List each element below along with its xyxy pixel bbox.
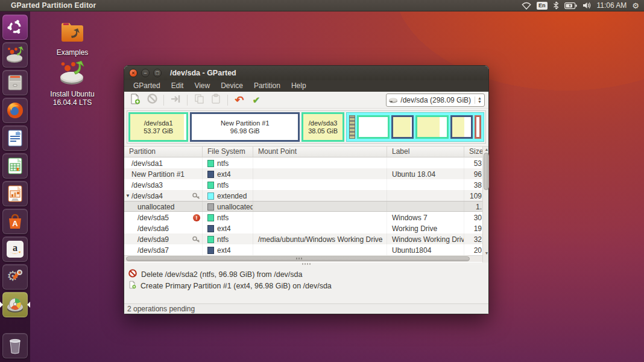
- fs-color-swatch: [207, 192, 214, 200]
- launcher-files[interactable]: [2, 70, 28, 95]
- launcher-ubuntu-installer[interactable]: [2, 42, 28, 68]
- launcher-amazon[interactable]: a: [2, 237, 28, 262]
- delete-partition-button: [145, 94, 159, 107]
- partition-name: /dev/sda9: [137, 235, 169, 244]
- partition-segment[interactable]: [357, 115, 390, 139]
- fs-color-swatch: [207, 214, 214, 221]
- desktop-icon-install-ubuntu[interactable]: Install Ubuntu 16.04.4 LTS: [45, 60, 100, 107]
- session-gear-icon[interactable]: ⚙: [632, 2, 639, 10]
- partition-segment--dev-sda3[interactable]: /dev/sda3 38.05 GiB: [301, 112, 344, 142]
- partition-name: /dev/sda4: [131, 192, 163, 200]
- settings-icon: ⚙: [6, 268, 24, 286]
- table-row--dev-sda4[interactable]: ▼/dev/sda4 extended 109: [124, 190, 482, 201]
- partition-name: /dev/sda7: [137, 246, 169, 255]
- partition-segment-extended[interactable]: [346, 112, 484, 142]
- undo-icon: ↶: [235, 95, 244, 106]
- column-header-mount-point[interactable]: Mount Point: [253, 147, 387, 157]
- scroll-down-icon[interactable]: ▼: [483, 251, 490, 255]
- maximize-button[interactable]: □: [153, 69, 162, 77]
- column-header-file-system[interactable]: File System: [203, 147, 253, 157]
- install-disk-icon: [45, 60, 100, 88]
- menu-device[interactable]: Device: [215, 80, 248, 92]
- window-title: /dev/sda - GParted: [170, 69, 236, 77]
- resize-icon: [169, 94, 182, 106]
- partition-name: /dev/sda6: [137, 224, 169, 233]
- window-titlebar[interactable]: × − □ /dev/sda - GParted: [124, 66, 488, 80]
- installer-disk-icon: [5, 46, 25, 64]
- partition-segment-unallocated[interactable]: [349, 115, 355, 139]
- apply-button[interactable]: ✔: [249, 94, 264, 107]
- desktop-icon-label: Examples: [45, 48, 100, 57]
- partition-segment[interactable]: [450, 115, 473, 139]
- table-row--dev-sda9[interactable]: /dev/sda9 ntfs /media/ubuntu/Windows Wor…: [124, 233, 482, 244]
- toolbar: ↶✔ /dev/sda (298.09 GiB) ▲▼: [124, 92, 488, 109]
- network-icon[interactable]: [522, 2, 531, 10]
- launcher-trash[interactable]: [2, 333, 28, 358]
- volume-icon[interactable]: [582, 2, 592, 9]
- launcher-firefox[interactable]: [2, 98, 28, 123]
- clock[interactable]: 11:06 AM: [597, 1, 627, 10]
- launcher-gparted[interactable]: [2, 292, 28, 317]
- device-spinner[interactable]: ▲▼: [475, 97, 482, 104]
- close-button[interactable]: ×: [129, 69, 137, 77]
- fs-color-swatch: [207, 160, 214, 167]
- expander-icon[interactable]: ▼: [125, 193, 131, 198]
- segment-size: 38.05 GiB: [308, 127, 338, 135]
- table-row--dev-sda6[interactable]: /dev/sda6 ext4 Working Drive 19: [124, 223, 482, 233]
- menu-edit[interactable]: Edit: [166, 80, 189, 92]
- operations-panel: Delete /dev/sda2 (ntfs, 96.98 GiB) from …: [124, 265, 488, 303]
- impress-icon: [7, 185, 23, 202]
- partition-segment--dev-sda1[interactable]: /dev/sda1 53.37 GiB: [128, 112, 188, 142]
- unity-launcher: Aa⚙: [0, 11, 30, 362]
- table-row-New-Partition-#1[interactable]: New Partition #1 ext4 Ubuntu 18.04 96: [124, 168, 482, 179]
- launcher-libreoffice-calc[interactable]: [2, 153, 28, 179]
- launcher-system-settings[interactable]: ⚙: [2, 264, 28, 290]
- table-row-unallocated[interactable]: unallocated unallocated 1.: [124, 201, 482, 212]
- vertical-scrollbar[interactable]: ▲ ▼: [482, 147, 488, 262]
- keyboard-layout-indicator[interactable]: En: [537, 2, 548, 10]
- menu-partition[interactable]: Partition: [248, 80, 286, 92]
- desktop-icon-examples[interactable]: Examples: [45, 20, 100, 57]
- svg-text:A: A: [12, 219, 18, 228]
- file-cabinet-icon: [7, 74, 24, 91]
- menu-gparted[interactable]: GParted: [128, 80, 166, 92]
- undo-button[interactable]: ↶: [232, 94, 247, 107]
- launcher-libreoffice-writer[interactable]: [2, 125, 28, 151]
- pending-operations-status: 2 operations pending: [127, 305, 195, 313]
- new-partition-button[interactable]: [128, 94, 142, 107]
- launcher-dash[interactable]: [2, 14, 28, 40]
- partition-segment[interactable]: [391, 115, 414, 139]
- horizontal-scrollbar[interactable]: [124, 255, 482, 262]
- scroll-up-icon[interactable]: ▲: [483, 147, 490, 151]
- fs-name: extended: [217, 192, 247, 200]
- fs-name: ext4: [217, 170, 231, 179]
- table-row--dev-sda5[interactable]: /dev/sda5! ntfs Windows 7 30: [124, 212, 482, 223]
- column-header-size[interactable]: Size: [464, 147, 482, 157]
- mount-point: /media/ubuntu/Windows Working Drive: [258, 235, 383, 244]
- bluetooth-icon[interactable]: [553, 1, 559, 10]
- table-row--dev-sda1[interactable]: /dev/sda1 ntfs 53: [124, 157, 482, 168]
- segment-size: 53.37 GiB: [144, 127, 173, 135]
- menu-help[interactable]: Help: [286, 80, 312, 92]
- column-header-partition[interactable]: Partition: [124, 147, 203, 157]
- toolbar-separator: [227, 95, 228, 106]
- minimize-button[interactable]: −: [141, 69, 150, 77]
- operation-text: Create Primary Partition #1 (ext4, 96.98…: [140, 282, 332, 290]
- partition-segment[interactable]: [415, 115, 449, 139]
- partition-size: 38: [474, 181, 482, 189]
- launcher-ubuntu-software[interactable]: A: [2, 209, 28, 234]
- table-row--dev-sda3[interactable]: /dev/sda3 ntfs 38: [124, 179, 482, 190]
- partition-size: 19: [474, 224, 482, 233]
- menu-view[interactable]: View: [189, 80, 215, 92]
- new-icon: [130, 94, 140, 107]
- operation-item: Create Primary Partition #1 (ext4, 96.98…: [128, 280, 488, 291]
- column-header-label[interactable]: Label: [387, 147, 464, 157]
- table-row--dev-sda7[interactable]: /dev/sda7 ext4 Ubuntu1804 20: [124, 244, 482, 255]
- table-header: PartitionFile SystemMount PointLabelSize: [124, 147, 482, 157]
- battery-icon[interactable]: [564, 2, 577, 9]
- partition-segment-New-Partition-#1[interactable]: New Partition #1 96.98 GiB: [190, 112, 300, 142]
- fs-color-swatch: [207, 182, 214, 189]
- partition-segment[interactable]: [475, 115, 481, 139]
- device-selector[interactable]: /dev/sda (298.09 GiB) ▲▼: [386, 94, 485, 107]
- launcher-libreoffice-impress[interactable]: [2, 181, 28, 206]
